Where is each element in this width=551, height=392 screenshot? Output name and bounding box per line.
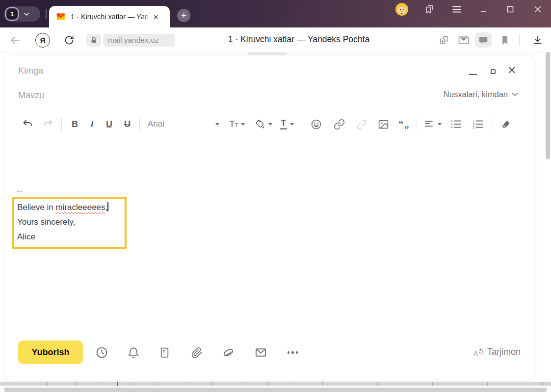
subject-field[interactable] [18,88,322,103]
remove-link-button[interactable] [355,118,367,131]
highlight-color-button[interactable] [254,118,272,130]
emoji-button[interactable] [310,118,322,131]
bullet-list-button[interactable] [450,119,462,129]
message-body-editor[interactable]: -- Believe in miracleeeees, Yours sincer… [12,144,515,326]
tab-group-pill[interactable]: 1 [4,6,40,22]
vertical-scrollbar-thumb[interactable] [546,52,550,159]
toolbar-divider [417,118,417,131]
compose-window: × Nusxalari, kimdan B I U U [4,55,535,380]
blockquote-button[interactable]: “„ [398,118,410,130]
chevron-down-icon [268,123,272,126]
back-button[interactable] [8,33,23,48]
signature-line-3: Alice [17,230,121,244]
chevron-down-icon [24,12,29,16]
redo-button[interactable] [42,119,53,130]
browser-menu-icon[interactable] [450,2,464,16]
navigation-toolbar: Я mail.yandex.uz 1 · Kiruvchi xatlar — Y… [0,27,551,52]
insert-link-button[interactable] [333,118,345,131]
svg-text:3: 3 [472,126,474,129]
attach-file-icon[interactable] [190,346,203,359]
yandex-logo-button[interactable]: Я [35,33,50,48]
profile-avatar[interactable] [395,2,409,16]
schedule-send-icon[interactable] [95,346,108,359]
compose-close-button[interactable]: × [508,63,516,77]
bottom-tick-strip [0,382,551,386]
send-button[interactable]: Yuborish [18,340,83,364]
active-tab[interactable]: 1 · Kiruvchi xatlar — Yan × [49,6,170,27]
more-actions-icon[interactable] [286,346,299,359]
template-icon[interactable] [158,346,171,359]
site-security-lock-icon[interactable] [86,34,101,47]
signature-separator: -- [17,186,22,196]
tab-close-icon[interactable]: × [153,12,158,22]
cc-from-toggle[interactable]: Nusxalari, kimdan [444,90,518,99]
titlebar: 1 1 · Kiruvchi xatlar — Yan × + [0,0,551,27]
window-close-button[interactable] [531,2,545,16]
translator-label: Tarjimon [487,347,521,357]
formatting-toolbar: B I U U Arial Tт T [22,113,520,135]
toolbar-divider [301,118,301,131]
chevron-down-icon [290,123,294,126]
toolbar-divider [519,34,520,46]
signature-line-1: Believe in miracleeeees, [17,200,121,215]
to-field[interactable] [18,63,322,78]
bookmark-icon[interactable] [498,33,512,48]
sidebar-panels-icon[interactable] [422,2,436,16]
numbered-list-button[interactable]: 1 2 3 [472,119,484,129]
font-size-button[interactable]: Tт [229,119,245,130]
signature-line-2: Yours sincerely, [17,215,121,230]
toolbar-divider [492,118,492,131]
font-family-select[interactable]: Arial [148,119,219,129]
underline-button[interactable]: U [106,119,112,130]
bottom-red-tick [117,382,118,386]
tab-count-badge[interactable]: 1 [5,7,19,21]
chevron-down-icon [438,123,442,126]
window-maximize-button[interactable] [503,2,517,16]
compose-minimize-button[interactable] [469,74,477,75]
undo-button[interactable] [22,119,34,130]
signature-highlight-box[interactable]: Believe in miracleeeees, Yours sincerely… [12,197,127,249]
text-color-button[interactable]: T [280,119,294,130]
misspelled-word: miracleeeees [55,203,105,212]
reload-button[interactable] [62,33,77,48]
add-to-collection-icon[interactable] [437,33,451,48]
bottom-bar [4,388,547,392]
new-tab-button[interactable]: + [177,9,190,22]
text-align-button[interactable] [424,119,442,129]
strikethrough-button[interactable]: U [124,119,131,130]
tab-title: 1 · Kiruvchi xatlar — Yan [71,13,152,21]
toolbar-divider [139,118,140,131]
yandex-mail-favicon-icon [56,12,66,22]
bold-button[interactable]: B [72,119,78,130]
window-minimize-button[interactable] [476,2,490,16]
translator-button[interactable]: A Tarjimon [473,347,521,357]
insert-image-button[interactable] [377,118,390,131]
chevron-down-icon [241,123,245,126]
toolbar-divider [61,118,62,131]
translate-letter: A [473,350,478,357]
browser-window: 1 1 · Kiruvchi xatlar — Yan × + [0,0,551,392]
reminder-bell-icon[interactable] [127,346,140,359]
chat-button[interactable] [475,32,492,48]
cc-from-label: Nusxalari, kimdan [444,90,508,99]
tabbar-divider [46,9,47,19]
translate-kana-icon [478,348,484,354]
italic-button[interactable]: I [91,119,93,130]
downloads-icon[interactable] [530,33,545,48]
font-family-value: Arial [148,119,164,129]
chevron-down-icon [215,123,219,126]
clear-formatting-button[interactable] [499,118,512,130]
text-cursor [107,202,108,211]
chevron-down-icon [512,92,518,97]
address-bar[interactable]: mail.yandex.uz [103,34,175,47]
mail-icon[interactable] [456,33,471,48]
attach-from-disk-icon[interactable] [222,346,235,359]
compose-restore-button[interactable] [491,69,496,74]
attach-from-mail-icon[interactable] [254,346,267,359]
